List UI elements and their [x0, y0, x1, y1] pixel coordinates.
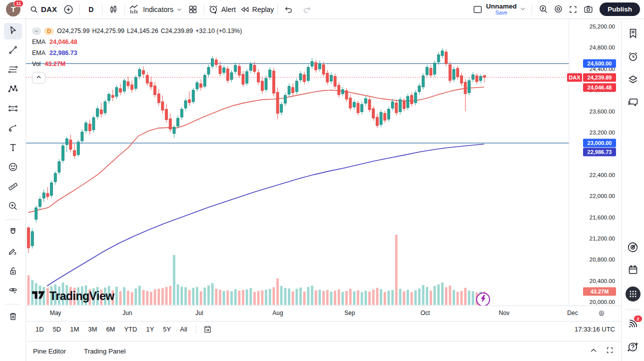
zoom-in-icon — [7, 200, 18, 214]
clock-utc[interactable]: 17:33:16 UTC — [575, 326, 615, 333]
fullscreen-button[interactable] — [566, 2, 581, 17]
ema-slow-legend-row[interactable]: EMA 22,986.73 — [32, 48, 244, 58]
symbol-search-button[interactable]: DAX — [25, 2, 61, 17]
chart-style-button[interactable] — [106, 2, 121, 17]
symbol-name: DAX — [41, 5, 57, 14]
chevron-down-icon[interactable] — [520, 5, 526, 14]
range-button-1d[interactable]: 1D — [31, 324, 48, 335]
user-avatar[interactable]: T 11 — [6, 2, 20, 16]
tool-magnet[interactable] — [4, 224, 22, 241]
ema-slow-value: 22,986.73 — [49, 50, 77, 56]
tool-hide-drawings[interactable] — [4, 283, 22, 300]
tab-pine-editor[interactable]: Pine Editor — [33, 344, 66, 358]
go-to-date-button[interactable] — [200, 324, 215, 336]
ema-fast-line[interactable] — [28, 87, 484, 212]
tool-trend-line[interactable] — [4, 42, 22, 59]
fib-retracement-icon — [7, 64, 18, 77]
range-button-1y[interactable]: 1Y — [141, 324, 158, 335]
layout-name-menu[interactable]: Unnamed Save — [486, 3, 517, 16]
ema-fast-label: EMA — [32, 38, 45, 46]
xabcd-pattern-icon — [7, 84, 18, 96]
svg-text:22,000.00: 22,000.00 — [590, 193, 615, 199]
tool-forecast[interactable] — [4, 101, 22, 118]
change-value: +32.10 (+0.13%) — [195, 28, 242, 34]
replay-label: Replay — [252, 6, 274, 14]
tool-cursor[interactable] — [4, 23, 22, 40]
svg-text:22,400.00: 22,400.00 — [590, 172, 615, 178]
market-status-icon[interactable]: – — [32, 28, 41, 35]
svg-text:23,200.00: 23,200.00 — [590, 130, 615, 136]
scale-settings-icon[interactable] — [598, 310, 606, 320]
replay-button[interactable]: Replay — [240, 2, 274, 17]
redo-button[interactable] — [299, 2, 314, 17]
volume-legend-row[interactable]: Vol 43.27M — [32, 58, 244, 70]
axis-price-label: 24,046.48 — [583, 84, 616, 92]
hide-drawings-icon — [7, 285, 18, 298]
tab-trading-panel[interactable]: Trading Panel — [84, 344, 126, 358]
divider — [277, 4, 278, 15]
save-link[interactable]: Save — [496, 10, 508, 16]
sidebar-object-tree[interactable] — [624, 71, 643, 90]
sidebar-calendar[interactable] — [624, 262, 643, 280]
publish-button[interactable]: Publish — [600, 2, 640, 16]
instant-trading-button[interactable] — [476, 292, 490, 306]
open-value: O24,275.99 — [57, 28, 89, 34]
sidebar-help[interactable] — [624, 338, 643, 357]
ema-slow-line[interactable] — [47, 144, 484, 286]
compare-add-button[interactable] — [61, 2, 76, 17]
collapse-legend-button[interactable] — [32, 72, 45, 84]
interval-button[interactable]: D — [83, 2, 98, 17]
panel-maximize-icon[interactable] — [606, 346, 614, 356]
alert-button[interactable]: Alert — [208, 2, 236, 17]
delayed-data-badge[interactable]: D — [44, 28, 54, 35]
range-button-5y[interactable]: 5Y — [158, 324, 175, 335]
tool-emoji[interactable] — [4, 160, 22, 176]
search-icon — [29, 5, 38, 14]
time-axis[interactable]: MayJunJulAugSepOctNovDec — [26, 306, 621, 321]
layout-select-button[interactable] — [470, 2, 485, 17]
sidebar-alerts[interactable] — [624, 48, 643, 67]
tool-fib-retracement[interactable] — [4, 62, 22, 78]
high-value: H24,275.99 — [92, 28, 124, 34]
chart-settings-button[interactable] — [551, 2, 566, 17]
range-button-1m[interactable]: 1M — [65, 324, 83, 335]
range-button-3m[interactable]: 3M — [83, 324, 101, 335]
chart-area[interactable]: 25,200.0024,800.0024,400.0024,000.0023,6… — [26, 19, 621, 306]
sidebar-chat[interactable] — [624, 94, 643, 113]
chart-legend: – D O24,275.99H24,275.99L24,145.26C24,23… — [32, 26, 244, 70]
collapse-legend-icon — [35, 74, 42, 82]
indicators-icon — [128, 4, 140, 16]
tool-lock-all[interactable] — [4, 264, 22, 280]
sidebar-apps[interactable] — [624, 284, 643, 304]
axis-price-label: 24,500.00 — [583, 60, 616, 68]
volume-value: 43.27M — [44, 60, 65, 68]
watchlist-icon — [627, 28, 639, 42]
tool-measure[interactable] — [4, 179, 22, 196]
panel-collapse-icon[interactable] — [590, 346, 598, 356]
quick-search-button[interactable] — [536, 2, 551, 17]
tool-zoom-in[interactable] — [4, 198, 22, 215]
range-button-5d[interactable]: 5D — [48, 324, 66, 335]
sidebar-watchlist[interactable] — [624, 25, 643, 44]
snapshot-button[interactable] — [581, 2, 596, 17]
range-button-ytd[interactable]: YTD — [119, 324, 141, 335]
right-sidebar: 2 — [621, 19, 644, 361]
sidebar-screener[interactable] — [624, 238, 643, 258]
alerts-icon — [627, 50, 639, 64]
ema-fast-legend-row[interactable]: EMA 24,046.48 — [32, 36, 244, 48]
templates-button[interactable] — [185, 2, 200, 17]
brush-icon — [7, 122, 18, 136]
magnet-icon — [7, 226, 18, 240]
tool-xabcd-pattern[interactable] — [4, 82, 22, 98]
tool-drawing-mode[interactable] — [4, 244, 22, 260]
symbol-legend-row[interactable]: – D O24,275.99H24,275.99L24,145.26C24,23… — [32, 26, 244, 36]
tool-remove-drawings[interactable] — [4, 309, 22, 326]
sidebar-broadcasts[interactable]: 2 — [624, 315, 643, 334]
indicators-button[interactable]: Indicators — [128, 2, 182, 17]
divider — [204, 4, 204, 15]
range-button-6m[interactable]: 6M — [101, 324, 119, 335]
undo-button[interactable] — [281, 2, 296, 17]
range-button-all[interactable]: All — [175, 324, 191, 335]
tool-text[interactable] — [4, 140, 22, 156]
tool-brush[interactable] — [4, 120, 22, 137]
